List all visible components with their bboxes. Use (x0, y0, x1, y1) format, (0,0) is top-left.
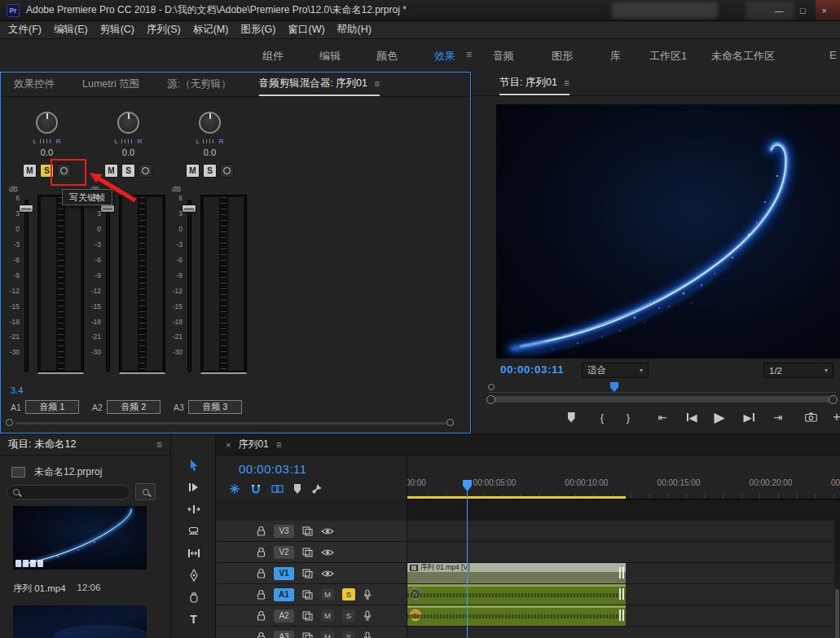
volume-fader-handle[interactable] (182, 205, 196, 213)
panel-menu-icon[interactable]: ≡ (156, 439, 162, 451)
track-solo-button[interactable]: S (342, 609, 355, 622)
eye-icon[interactable] (321, 526, 334, 536)
volume-fader-track[interactable] (24, 200, 29, 372)
project-search-box[interactable] (7, 485, 130, 499)
timeline-scrollbar-thumb[interactable] (835, 589, 839, 638)
pan-knob[interactable] (36, 112, 58, 134)
menu-help[interactable]: 帮助(H) (337, 23, 372, 37)
tab-effect-controls[interactable]: 效果控件 (14, 73, 55, 96)
program-playhead-icon[interactable] (610, 382, 618, 392)
track-badge-a1[interactable]: A1 (274, 588, 294, 601)
workspace-color[interactable]: 颜色 (376, 49, 398, 64)
pan-knob[interactable] (117, 112, 139, 134)
panel-menu-icon[interactable]: ≡ (564, 77, 570, 89)
workspace-graphics[interactable]: 图形 (552, 49, 573, 64)
linked-selection-icon[interactable] (271, 484, 284, 494)
track-badge-v1[interactable]: V1 (274, 567, 294, 580)
workspace-effects[interactable]: 效果 (434, 49, 455, 64)
ripple-edit-tool[interactable] (183, 499, 205, 519)
slip-tool[interactable] (183, 543, 205, 563)
razor-tool[interactable] (183, 521, 205, 541)
snap-magnet-icon[interactable] (251, 484, 261, 495)
pen-tool[interactable] (183, 565, 205, 585)
clip-thumbnail-partial[interactable] (13, 605, 147, 638)
mute-button[interactable]: M (23, 164, 37, 178)
menu-edit[interactable]: 编辑(E) (54, 23, 88, 37)
step-back-button[interactable]: ◀ (680, 406, 703, 429)
find-button[interactable] (135, 483, 156, 500)
pan-value[interactable]: 0.0 (170, 147, 249, 157)
track-select-forward-tool[interactable] (183, 477, 205, 497)
menu-graphics[interactable]: 图形(G) (240, 23, 275, 37)
lock-icon[interactable] (257, 631, 266, 638)
volume-fader-track[interactable] (106, 200, 110, 372)
program-zoom-scrollbar[interactable] (488, 396, 836, 403)
sync-lock-icon[interactable] (302, 632, 313, 638)
lock-icon[interactable] (257, 547, 266, 557)
go-to-in-button[interactable]: ⇤ (651, 406, 674, 429)
playback-resolution-dropdown[interactable]: 1/2 ▾ (763, 363, 833, 378)
zoom-fit-dropdown[interactable]: 适合 ▾ (582, 363, 649, 378)
add-marker-button[interactable] (560, 406, 583, 429)
menu-sequence[interactable]: 序列(S) (147, 23, 181, 37)
lock-icon[interactable] (257, 526, 266, 536)
mixer-horizontal-scrollbar[interactable] (6, 418, 464, 428)
nest-sequence-icon[interactable] (229, 483, 240, 495)
scrollbar-left-handle[interactable] (6, 419, 13, 426)
track-content-v2[interactable] (407, 542, 834, 563)
tab-source-monitor[interactable]: 源:（无剪辑） (167, 73, 231, 96)
workspace-unnamed[interactable]: 未命名工作区 (711, 49, 775, 64)
mute-button[interactable]: M (186, 164, 200, 178)
export-frame-button[interactable] (799, 406, 822, 429)
audio-clip-a2[interactable]: fx (407, 605, 626, 626)
scrub-left-handle[interactable] (488, 384, 495, 390)
clip-caption[interactable]: 序列 01.mp4 12:06 (13, 583, 147, 595)
timeline-timecode[interactable]: 00:00:03:11 (239, 462, 307, 476)
sync-lock-icon[interactable] (302, 569, 313, 579)
track-content-v3[interactable] (407, 521, 834, 542)
pan-knob[interactable] (199, 112, 221, 134)
video-clip-v1[interactable]: 序列 01.mp4 [V] (407, 563, 626, 583)
close-tab-icon[interactable]: × (226, 440, 231, 450)
minimize-button[interactable]: — (775, 6, 784, 15)
track-content-a3[interactable] (407, 627, 834, 638)
mark-out-button[interactable]: } (617, 406, 640, 429)
lock-icon[interactable] (257, 610, 266, 621)
button-editor-button[interactable]: + (825, 406, 840, 429)
track-badge-v3[interactable]: V3 (274, 525, 294, 538)
tab-audio-clip-mixer[interactable]: 音频剪辑混合器: 序列01 ≡ (259, 73, 380, 96)
volume-fader-handle[interactable] (100, 205, 115, 213)
sync-lock-icon[interactable] (302, 590, 313, 600)
voiceover-mic-icon[interactable] (363, 589, 372, 601)
workspace-editing[interactable]: 编辑 (319, 49, 341, 64)
track-name-field[interactable]: 音频 2 (107, 400, 161, 414)
tab-sequence-01[interactable]: 序列01 (238, 438, 268, 451)
step-forward-button[interactable]: ▶ (737, 406, 760, 429)
menu-markers[interactable]: 标记(M) (193, 23, 229, 37)
trim-handle[interactable] (619, 567, 624, 579)
workspace-overflow[interactable]: E (829, 49, 837, 61)
mark-in-button[interactable]: { (591, 406, 614, 429)
workspace-audio[interactable]: 音频 (493, 49, 514, 64)
pan-value[interactable]: 0.0 (7, 147, 86, 157)
panel-menu-icon[interactable]: ≡ (374, 78, 380, 90)
voiceover-mic-icon[interactable] (363, 631, 372, 638)
sync-lock-icon[interactable] (302, 526, 313, 536)
type-tool[interactable]: T (183, 609, 205, 629)
menu-clip[interactable]: 剪辑(C) (100, 23, 134, 37)
hand-tool[interactable] (183, 587, 205, 607)
write-keyframes-button[interactable] (139, 164, 152, 178)
search-input[interactable] (24, 487, 114, 497)
eye-icon[interactable] (321, 569, 334, 579)
volume-fader-track[interactable] (187, 200, 191, 372)
audio-clip-a1[interactable]: fx (407, 584, 626, 605)
workspace-custom-1[interactable]: 工作区1 (649, 49, 687, 64)
lock-icon[interactable] (257, 589, 266, 600)
workspace-assembly[interactable]: 组件 (262, 49, 284, 64)
clip-thumbnail[interactable] (13, 506, 147, 570)
menu-window[interactable]: 窗口(W) (288, 23, 324, 37)
track-name-field[interactable]: 音频 3 (188, 400, 242, 414)
trim-handle[interactable] (619, 588, 624, 600)
track-badge-a3[interactable]: A3 (274, 631, 294, 638)
lock-icon[interactable] (257, 568, 266, 579)
